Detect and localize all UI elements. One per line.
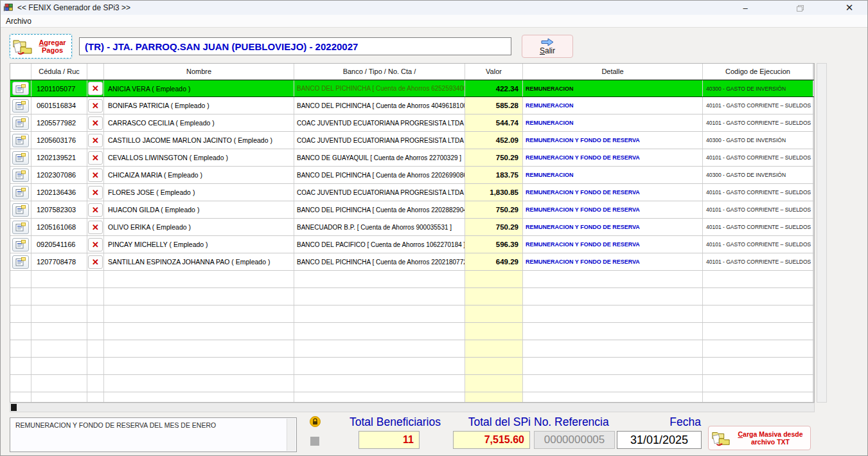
- horizontal-scrollbar-thumb[interactable]: [11, 404, 17, 411]
- delete-row-button[interactable]: ✕: [88, 151, 103, 165]
- edit-row-button[interactable]: [12, 116, 29, 130]
- delete-row-button[interactable]: ✕: [88, 82, 103, 95]
- cedula-cell: [31, 340, 87, 357]
- header-detalle: Detalle: [523, 64, 703, 79]
- table-header: Cédula / Ruc Nombre Banco / Tipo / No. C…: [10, 64, 814, 80]
- table-row[interactable]: 0920541166✕PINCAY MICHELLY ( Empleado )B…: [10, 236, 814, 253]
- edit-row-button[interactable]: [12, 255, 29, 269]
- entity-title-field[interactable]: (TR) - JTA. PARROQ.SAN JUAN (PUEBLOVIEJO…: [79, 37, 511, 55]
- banco-cell: BANCO DEL PICHINCHA [ Cuenta de Ahorros …: [294, 167, 465, 183]
- edit-row-button[interactable]: [12, 186, 29, 199]
- table-row[interactable]: 1205603176✕CASTILLO JACOME MARLON JACINT…: [10, 132, 814, 149]
- codigo-cell: 40101 - GASTO CORRIENTE – SUELDOS: [703, 149, 813, 166]
- delete-row-button[interactable]: ✕: [88, 134, 103, 147]
- table-row[interactable]: 1202136436✕FLORES JOSE ( Empleado )COAC …: [10, 184, 814, 201]
- edit-cell: [10, 167, 31, 183]
- lock-icon[interactable]: [310, 416, 321, 427]
- minimize-button[interactable]: –: [732, 1, 758, 15]
- edit-cell: [10, 149, 31, 166]
- cedula-cell: 1207708478: [31, 253, 87, 270]
- cedula-cell: 1202136436: [31, 184, 87, 201]
- delete-row-button[interactable]: ✕: [88, 221, 103, 234]
- tail-cell: [813, 288, 814, 305]
- tail-cell: [813, 392, 814, 403]
- no-referencia-field: 0000000005: [534, 431, 615, 449]
- edit-cell: [10, 392, 31, 403]
- detalle-cell: [523, 288, 703, 305]
- delete-cell: [87, 323, 104, 340]
- codigo-cell: [703, 271, 813, 287]
- status-square[interactable]: [310, 437, 319, 446]
- edit-row-button[interactable]: [12, 169, 29, 182]
- banco-cell: BANECUADOR B.P. [ Cuenta de Ahorros 9000…: [294, 219, 465, 235]
- header-edit: [10, 64, 31, 79]
- table-row[interactable]: 1201105077✕ANICIA VERA ( Empleado )BANCO…: [10, 80, 814, 97]
- delete-row-button[interactable]: ✕: [88, 186, 103, 199]
- delete-cell: ✕: [87, 97, 104, 114]
- codigo-cell: 40101 - GASTO CORRIENTE – SUELDOS: [703, 97, 813, 114]
- detalle-cell: REMUNERACION Y FONDO DE RESERVA: [523, 236, 703, 253]
- cedula-cell: 1205603176: [31, 132, 87, 149]
- banco-cell: BANCO DE GUAYAQUIL [ Cuenta de Ahorros 2…: [294, 149, 465, 166]
- delete-row-button[interactable]: ✕: [88, 99, 103, 113]
- salir-button[interactable]: Salir: [522, 35, 573, 58]
- edit-row-button[interactable]: [12, 221, 29, 234]
- edit-row-button[interactable]: [12, 238, 29, 251]
- table-row[interactable]: 1207582303✕HUACON GILDA ( Empleado )BANC…: [10, 201, 814, 219]
- vertical-scrollbar[interactable]: [817, 63, 827, 403]
- nombre-cell: FLORES JOSE ( Empleado ): [104, 184, 294, 201]
- table-row-empty: [10, 306, 814, 323]
- delete-row-button[interactable]: ✕: [88, 116, 103, 130]
- menu-archivo[interactable]: Archivo: [1, 17, 37, 26]
- header-tail: [813, 64, 814, 79]
- edit-row-button[interactable]: [12, 82, 29, 95]
- edit-row-button[interactable]: [12, 151, 29, 165]
- nombre-cell: [104, 306, 294, 322]
- nombre-cell: [104, 323, 294, 340]
- header-cedula: Cédula / Ruc: [31, 64, 87, 79]
- table-row[interactable]: 1202307086✕CHICAIZA MARIA ( Empleado )BA…: [10, 167, 814, 184]
- nombre-cell: CASTILLO JACOME MARLON JACINTO ( Emplead…: [104, 132, 294, 149]
- table-row[interactable]: 1205161068✕OLIVO ERIKA ( Empleado )BANEC…: [10, 219, 814, 236]
- table-row[interactable]: 0601516834✕BONIFAS PATRICIA ( Empleado )…: [10, 97, 814, 114]
- delete-cell: [87, 306, 104, 322]
- observation-scrollbar[interactable]: [287, 419, 296, 451]
- delete-row-button[interactable]: ✕: [88, 255, 103, 269]
- carga-masiva-button[interactable]: Carga Masiva desde archivo TXT: [708, 426, 811, 450]
- detalle-cell: [523, 306, 703, 322]
- edit-cell: [10, 288, 31, 305]
- delete-row-button[interactable]: ✕: [88, 238, 103, 251]
- codigo-cell: 40101 - GASTO CORRIENTE – SUELDOS: [703, 219, 813, 235]
- fecha-label: Fecha: [617, 415, 701, 429]
- fecha-field[interactable]: 31/01/2025: [617, 431, 702, 449]
- horizontal-scrollbar[interactable]: [10, 403, 815, 412]
- observation-textarea[interactable]: REMUNERACION Y FONDO DE RESERVA DEL MES …: [10, 417, 297, 452]
- agregar-pagos-label: Agregar Pagos: [35, 39, 69, 54]
- cedula-cell: [31, 392, 87, 403]
- delete-row-button[interactable]: ✕: [88, 169, 103, 182]
- codigo-cell: 40101 - GASTO CORRIENTE – SUELDOS: [703, 253, 813, 270]
- cedula-cell: 1202307086: [31, 167, 87, 183]
- delete-row-button[interactable]: ✕: [88, 203, 103, 217]
- edit-cell: [10, 184, 31, 201]
- delete-cell: ✕: [87, 132, 104, 149]
- table-row[interactable]: 1207708478✕SANTILLAN ESPINOZA JOHANNA PA…: [10, 253, 814, 271]
- nombre-cell: SANTILLAN ESPINOZA JOHANNA PAO ( Emplead…: [104, 253, 294, 270]
- tail-cell: [813, 80, 814, 96]
- edit-row-button[interactable]: [12, 203, 29, 217]
- maximize-button[interactable]: [787, 1, 813, 15]
- tail-cell: [813, 201, 814, 218]
- edit-properties-icon: [15, 205, 26, 214]
- app-icon: [3, 3, 13, 12]
- edit-row-button[interactable]: [12, 99, 29, 113]
- cedula-cell: 0920541166: [31, 236, 87, 253]
- delete-cell: ✕: [87, 219, 104, 235]
- app-window: << FENIX Generador de SPi3 >> – ✕ Archiv…: [0, 0, 868, 456]
- delete-cell: ✕: [87, 80, 104, 96]
- table-row[interactable]: 1205577982✕CARRASCO CECILIA ( Empleado )…: [10, 114, 814, 132]
- table-row[interactable]: 1202139521✕CEVALLOS LIWINSGTON ( Emplead…: [10, 149, 814, 167]
- close-button[interactable]: ✕: [837, 1, 862, 15]
- agregar-pagos-button[interactable]: Agregar Pagos: [10, 34, 72, 59]
- edit-row-button[interactable]: [12, 134, 29, 147]
- table-row-empty: [10, 323, 814, 340]
